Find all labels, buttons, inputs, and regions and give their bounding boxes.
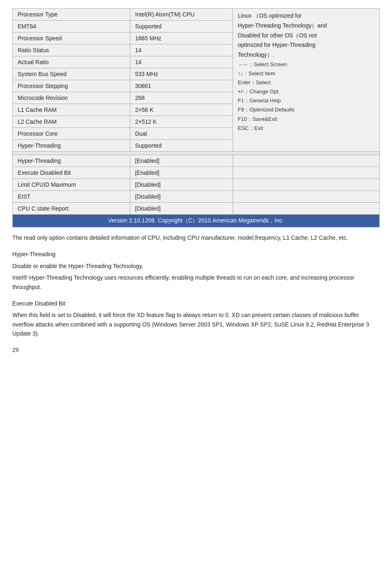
help-line: Linux （OS optimized for — [238, 11, 374, 21]
shortcut-line: F10：Save&Exit — [238, 115, 374, 124]
heading-hyper-threading: Hyper-Threading — [12, 250, 380, 259]
heading-execute-disabled: Execute Disabled Bit — [12, 299, 380, 308]
row-label: Processor Speed — [13, 32, 130, 44]
description-para4: When this field is set to Disabled, it w… — [12, 310, 380, 338]
shortcut-line: ↑↓：Select Item — [238, 69, 374, 78]
shortcut-line: F9：Optimized Defaults — [238, 105, 374, 114]
row-label: Processor Type — [13, 9, 130, 21]
row-value: [Disabled] — [130, 191, 233, 203]
row-label: EMT64 — [13, 21, 130, 32]
version-bar: Version 2.10.1208. Copyright（C）2010 Amer… — [13, 215, 380, 227]
row-value: 2×56 K — [130, 104, 233, 116]
row-value: Supported — [130, 140, 233, 152]
row-label: System Bus Speed — [13, 68, 130, 80]
description-para3: Intel® Hyper-Threading Technology uses r… — [12, 273, 380, 292]
description-para2: Disable or enable the Hyper-Threading Te… — [12, 262, 380, 271]
row-label: Hyper-Threading — [13, 140, 130, 152]
help-line: Technology）. — [238, 50, 374, 60]
row-label: Actual Ratio — [13, 56, 130, 68]
row-value: [Enabled] — [130, 155, 233, 167]
row-label: EIST — [13, 191, 130, 203]
row-label: Processor Stepping — [13, 80, 130, 92]
help-line: Disabled for other OS（OS not — [238, 31, 374, 41]
row-label: L1 Cache RAM — [13, 104, 130, 116]
row-value: Dual — [130, 128, 233, 140]
shortcut-line: Enter：Select — [238, 78, 374, 87]
shortcut-line: +/-：Change Opt. — [238, 87, 374, 96]
info-section: The read only option contains detailed i… — [12, 233, 380, 338]
row-empty — [233, 203, 379, 215]
help-line: optimized for Hyper-Threading — [238, 40, 374, 50]
row-label: L2 Cache RAM — [13, 116, 130, 128]
row-empty — [233, 179, 379, 191]
row-label: Microcode Revision — [13, 92, 130, 104]
row-value: 2×512 K — [130, 116, 233, 128]
shortcut-line: →←：Select Screen — [238, 60, 374, 69]
shortcut-line: F1：General Help — [238, 96, 374, 105]
row-label: Execute Disabled Bit — [13, 167, 130, 179]
row-value: 14 — [130, 44, 233, 56]
row-value: Intel(R) Atom(TM) CPU — [130, 9, 233, 21]
row-value: 30661 — [130, 80, 233, 92]
row-label: CPU C state Report — [13, 203, 130, 215]
row-empty — [233, 155, 379, 167]
help-line: Hyper-Threading Technology）and — [238, 21, 374, 31]
bios-settings-table: Processor TypeIntel(R) Atom(TM) CPULinux… — [12, 8, 380, 227]
row-empty — [233, 191, 379, 203]
row-value: 268 — [130, 92, 233, 104]
description-para1: The read only option contains detailed i… — [12, 233, 380, 242]
shortcut-line: ESC：Exit — [238, 124, 374, 133]
row-value: [Enabled] — [130, 167, 233, 179]
row-label: Ratio Status — [13, 44, 130, 56]
row-value: [Disabled] — [130, 179, 233, 191]
row-label: Hyper-Threading — [13, 155, 130, 167]
row-empty — [233, 167, 379, 179]
row-value: [Disabled] — [130, 203, 233, 215]
row-label: Processor Core — [13, 128, 130, 140]
row-value: 1865 MHz — [130, 32, 233, 44]
row-label: Limit CPUID Maximum — [13, 179, 130, 191]
row-value: Supported — [130, 21, 233, 32]
row-value: 533 MHz — [130, 68, 233, 80]
row-value: 14 — [130, 56, 233, 68]
page-number: 29 — [12, 347, 380, 353]
help-panel: Linux （OS optimized forHyper-Threading T… — [233, 9, 379, 152]
